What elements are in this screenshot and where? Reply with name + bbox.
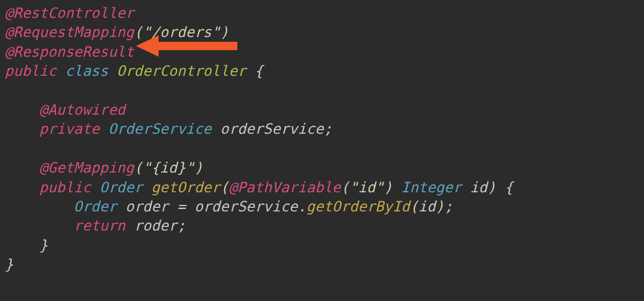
semicolon: ; (444, 198, 453, 215)
keyword-class: class (65, 63, 108, 79)
keyword-private: private (39, 121, 100, 137)
keyword-public: public (5, 63, 57, 79)
arg-id: id (419, 198, 436, 215)
brace-close: } (39, 237, 48, 254)
type-orderservice: OrderService (108, 121, 211, 137)
string-id: "id" (349, 179, 384, 196)
string-id: "{id}" (143, 159, 194, 176)
field-orderservice: orderService (220, 121, 323, 137)
paren-close: ) (436, 198, 444, 215)
annotation-pathvariable: @PathVariable (229, 179, 341, 196)
paren-close: ) (194, 159, 203, 176)
equals: = (177, 198, 185, 215)
type-order: Order (100, 179, 143, 196)
code-block: @RestController @RequestMapping("/orders… (0, 0, 644, 274)
annotation-restcontroller: @RestController (5, 5, 134, 22)
annotation-getmapping: @GetMapping (39, 159, 134, 176)
paren-open: ( (134, 24, 143, 41)
annotation-autowired: @Autowired (39, 102, 126, 118)
var-order: order (125, 198, 168, 215)
keyword-public: public (39, 179, 91, 196)
annotation-requestmapping: @RequestMapping (5, 24, 134, 41)
type-order: Order (74, 198, 117, 215)
brace-open: { (504, 179, 513, 196)
param-id: id (470, 179, 487, 196)
paren-open: ( (134, 159, 143, 176)
brace-open: { (255, 63, 263, 79)
paren-open: ( (220, 179, 228, 196)
return-ident: roder (134, 217, 177, 234)
paren-close: ) (487, 179, 496, 196)
class-name-ordercontroller: OrderController (117, 63, 246, 79)
method-getorderbyid: getOrderById (306, 198, 410, 215)
ref-orderservice: orderService (194, 198, 298, 215)
paren-open: ( (410, 198, 418, 215)
paren-close: ) (384, 179, 392, 196)
paren-open: ( (341, 179, 349, 196)
paren-close: ) (220, 24, 228, 41)
keyword-return: return (74, 217, 126, 234)
dot: . (298, 198, 306, 215)
string-orders: "/orders" (143, 24, 220, 41)
semicolon: ; (324, 121, 332, 137)
semicolon: ; (177, 217, 185, 234)
method-getorder: getOrder (151, 179, 221, 196)
brace-close: } (5, 256, 13, 273)
type-integer: Integer (401, 179, 462, 196)
annotation-responseresult: @ResponseResult (5, 44, 134, 60)
